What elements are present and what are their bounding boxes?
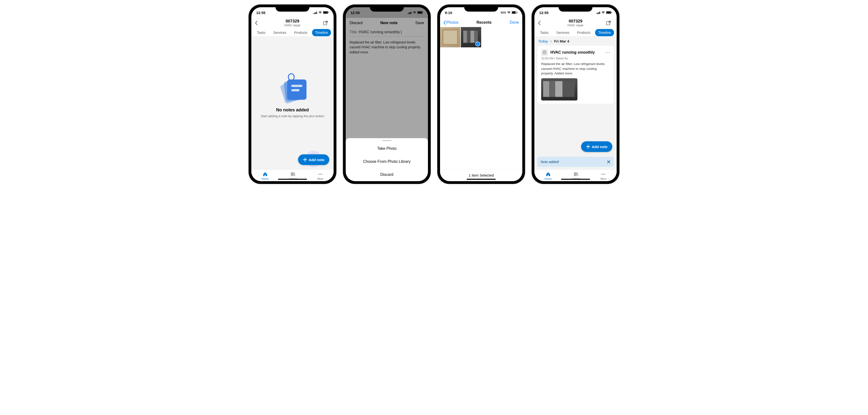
phone-2: 12:55 Discard New note Save Title: HVAC …: [343, 5, 430, 183]
toast-close-button[interactable]: [607, 160, 610, 164]
tab-products[interactable]: Products: [291, 29, 310, 36]
home-indicator[interactable]: [467, 179, 496, 180]
back-button[interactable]: [538, 21, 545, 25]
page-subtitle: HVAC repair: [545, 24, 606, 27]
svg-rect-27: [512, 11, 516, 13]
tabs: Tasks Services Products Timeline: [251, 29, 334, 36]
tab-tasks[interactable]: Tasks: [537, 29, 552, 36]
home-indicator[interactable]: [278, 179, 307, 180]
ellipsis-icon: [606, 52, 610, 53]
wifi-icon: [318, 11, 322, 14]
date-text: Fri Mar 4: [554, 39, 569, 43]
date-header: Today • Fri Mar 4: [534, 36, 617, 46]
plus-icon: [303, 158, 307, 162]
nav-more[interactable]: More: [317, 172, 323, 180]
tabs: Tasks Services Products Timeline: [534, 29, 617, 36]
sheet-handle[interactable]: [382, 140, 392, 141]
tab-tasks[interactable]: Tasks: [254, 29, 269, 36]
svg-point-14: [319, 174, 319, 175]
card-body: Replaced the air filter. Low refrigerant…: [541, 62, 610, 76]
empty-subtitle: Start adding a note by tapping the plus …: [261, 114, 324, 118]
timeline-note-card[interactable]: HVAC running smoothly 10:03 AM • David S…: [537, 46, 614, 104]
open-external-button[interactable]: [606, 21, 613, 25]
phone-4: 12:55 007329 HVAC repair Tasks Services …: [532, 5, 619, 183]
svg-rect-28: [517, 12, 518, 13]
nav-home[interactable]: Home: [261, 172, 269, 180]
tab-timeline[interactable]: Timeline: [595, 29, 614, 36]
photo-thumb-1[interactable]: [440, 27, 460, 47]
svg-rect-37: [543, 51, 546, 54]
status-time: 12:55: [539, 11, 549, 15]
picker-title: Recents: [476, 20, 492, 25]
take-photo-button[interactable]: Take Photo: [346, 142, 428, 155]
empty-title: No notes added: [276, 107, 309, 112]
svg-rect-5: [323, 11, 328, 13]
fab-label: Add note: [592, 145, 608, 149]
page-header: 007329 HVAC repair: [251, 18, 334, 29]
card-title: HVAC running smoothly: [550, 50, 603, 55]
tab-products[interactable]: Products: [574, 29, 593, 36]
add-note-button[interactable]: Add note: [298, 154, 329, 165]
photo-thumb-2[interactable]: ✓: [461, 27, 481, 47]
svg-rect-12: [291, 85, 302, 87]
more-icon: [318, 172, 323, 177]
battery-icon: [323, 11, 329, 14]
status-time: 12:55: [256, 11, 266, 15]
svg-rect-2: [315, 12, 316, 14]
add-note-button[interactable]: Add note: [581, 141, 612, 152]
svg-point-43: [604, 174, 606, 175]
photo-picker-header: Photos Recents Done: [440, 18, 522, 27]
home-icon: [262, 172, 268, 177]
tab-services[interactable]: Services: [553, 29, 572, 36]
open-external-button[interactable]: [323, 21, 330, 25]
done-button[interactable]: Done: [510, 20, 519, 25]
tab-services[interactable]: Services: [270, 29, 289, 36]
tab-timeline[interactable]: Timeline: [312, 29, 331, 36]
svg-rect-3: [316, 11, 317, 14]
fab-label: Add note: [309, 158, 324, 162]
svg-point-40: [609, 52, 610, 53]
choose-library-button[interactable]: Choose From Photo Library: [346, 155, 428, 168]
card-meta: 10:03 AM • David So: [541, 57, 610, 60]
card-attachment-image[interactable]: [541, 78, 578, 101]
phone-3: 9:10 SOS Photos Recents Done ✓ 1 Item Se…: [438, 5, 525, 183]
svg-point-8: [288, 74, 294, 80]
back-button[interactable]: [255, 21, 262, 25]
status-icons: [313, 11, 329, 14]
toast-message: Note added!: [541, 160, 559, 164]
status-icons: SOS: [500, 11, 518, 14]
page-header: 007329 HVAC repair: [534, 18, 617, 29]
more-icon: [601, 172, 606, 177]
svg-rect-31: [598, 12, 599, 14]
status-icons: [596, 11, 612, 14]
content-area: Today • Fri Mar 4 HVAC running smoothly …: [534, 36, 617, 169]
svg-rect-6: [328, 12, 329, 13]
card-more-button[interactable]: [606, 52, 610, 53]
today-link[interactable]: Today: [538, 39, 548, 43]
page-title: 007329: [262, 19, 323, 24]
empty-state: No notes added Start adding a note by ta…: [251, 36, 334, 169]
nav-more[interactable]: More: [600, 172, 607, 180]
page-subtitle: HVAC repair: [262, 24, 323, 27]
nav-home[interactable]: Home: [545, 172, 552, 180]
home-icon: [546, 172, 551, 177]
svg-point-39: [607, 52, 608, 53]
svg-point-41: [602, 174, 602, 175]
note-added-toast: Note added!: [537, 157, 614, 167]
svg-rect-29: [596, 13, 597, 14]
photos-back-button[interactable]: Photos: [443, 20, 459, 25]
sheet-discard-button[interactable]: Discard: [346, 168, 428, 181]
close-icon: [607, 160, 610, 164]
svg-point-15: [320, 174, 321, 175]
sos-indicator: SOS: [500, 11, 506, 14]
note-icon: [541, 49, 548, 56]
photo-grid: ✓: [440, 27, 522, 47]
photo-action-sheet: Take Photo Choose From Photo Library Dis…: [346, 138, 428, 181]
page-title: 007329: [545, 19, 606, 24]
svg-rect-35: [611, 12, 612, 13]
svg-rect-30: [597, 12, 598, 14]
svg-rect-0: [313, 13, 314, 14]
svg-rect-1: [314, 12, 315, 14]
svg-rect-32: [599, 11, 600, 14]
home-indicator[interactable]: [561, 179, 590, 180]
